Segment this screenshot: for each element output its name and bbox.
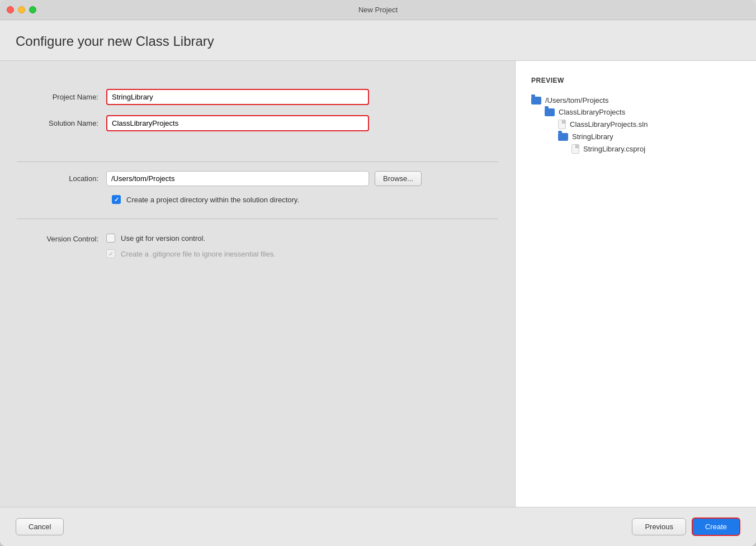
tree-item: ClassLibraryProjects — [531, 106, 740, 118]
version-control-label: Version Control: — [34, 234, 106, 243]
previous-button[interactable]: Previous — [632, 518, 686, 535]
preview-title: PREVIEW — [531, 77, 740, 84]
folder-icon — [545, 108, 555, 116]
folder-icon — [531, 97, 541, 105]
tree-item-label: ClassLibraryProjects — [559, 108, 625, 116]
git-option: Use git for version control. — [106, 234, 276, 243]
title-bar: New Project — [0, 0, 756, 20]
version-control-row: Version Control: Use git for version con… — [34, 234, 481, 258]
traffic-lights — [7, 6, 36, 13]
solution-name-row: Solution Name: — [34, 115, 481, 131]
main-content: Project Name: Solution Name: Location: B… — [0, 61, 756, 507]
file-icon — [571, 144, 579, 154]
project-name-input[interactable] — [106, 89, 369, 105]
solution-name-input[interactable] — [106, 115, 369, 131]
create-button[interactable]: Create — [692, 517, 740, 536]
project-name-label: Project Name: — [34, 93, 106, 101]
tree-item: /Users/tom/Projects — [531, 94, 740, 106]
tree-item-label: StringLibrary.csproj — [583, 145, 645, 153]
project-dir-label: Create a project directory within the so… — [126, 196, 299, 204]
solution-name-label: Solution Name: — [34, 119, 106, 127]
version-options: Use git for version control. Create a .g… — [106, 234, 276, 258]
file-icon — [558, 120, 566, 129]
header: Configure your new Class Library — [0, 20, 756, 61]
divider-2 — [17, 219, 498, 219]
preview-tree: /Users/tom/ProjectsClassLibraryProjectsC… — [531, 94, 740, 155]
preview-panel: PREVIEW /Users/tom/ProjectsClassLibraryP… — [516, 61, 756, 507]
tree-item: StringLibrary.csproj — [531, 143, 740, 155]
window-title: New Project — [358, 6, 398, 14]
maximize-button[interactable] — [29, 6, 36, 13]
gitignore-option: Create a .gitignore file to ignore iness… — [106, 249, 276, 258]
tree-item-label: ClassLibraryProjects.sln — [570, 120, 648, 129]
location-input[interactable] — [106, 171, 369, 186]
new-project-window: New Project Configure your new Class Lib… — [0, 0, 756, 546]
divider-1 — [17, 162, 498, 162]
footer-right: Previous Create — [632, 517, 740, 536]
tree-item-label: /Users/tom/Projects — [545, 96, 608, 105]
project-dir-checkbox-row: Create a project directory within the so… — [0, 195, 515, 204]
left-panel: Project Name: Solution Name: Location: B… — [0, 61, 516, 507]
location-label: Location: — [34, 174, 106, 183]
gitignore-checkbox — [106, 249, 115, 258]
footer-left: Cancel — [16, 518, 64, 535]
git-checkbox[interactable] — [106, 234, 115, 243]
page-title: Configure your new Class Library — [16, 34, 740, 49]
close-button[interactable] — [7, 6, 14, 13]
version-control-section: Version Control: Use git for version con… — [0, 228, 515, 272]
form-area: Project Name: Solution Name: — [0, 78, 515, 153]
minimize-button[interactable] — [18, 6, 25, 13]
gitignore-label: Create a .gitignore file to ignore iness… — [121, 250, 276, 258]
project-dir-checkbox[interactable] — [112, 195, 121, 204]
cancel-button[interactable]: Cancel — [16, 518, 64, 535]
git-label: Use git for version control. — [121, 234, 205, 243]
tree-item: StringLibrary — [531, 131, 740, 143]
project-name-row: Project Name: — [34, 89, 481, 105]
footer: Cancel Previous Create — [0, 507, 756, 546]
location-row: Location: Browse... — [0, 171, 515, 186]
tree-item: ClassLibraryProjects.sln — [531, 118, 740, 131]
folder-icon — [558, 133, 568, 141]
browse-button[interactable]: Browse... — [375, 171, 422, 186]
tree-item-label: StringLibrary — [572, 132, 613, 141]
